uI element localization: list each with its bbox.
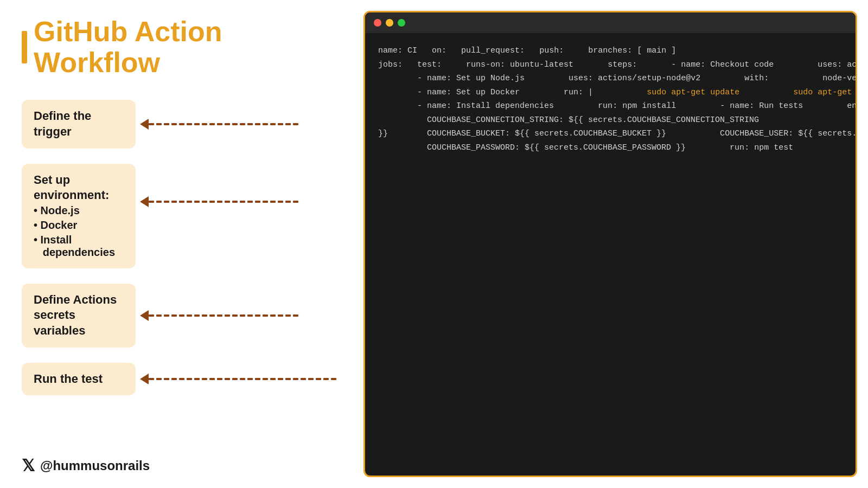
dash: [217, 123, 222, 125]
dash: [156, 123, 162, 125]
dash: [179, 314, 184, 317]
code-line: [378, 74, 383, 83]
step-label-environment: Set upenvironment:: [34, 172, 124, 203]
code-line: run: npm test: [691, 143, 793, 152]
dash: [293, 378, 298, 380]
arrow-trigger: [140, 119, 298, 130]
dash: [149, 378, 154, 380]
dash: [255, 201, 260, 203]
arrowhead-secrets: [140, 310, 149, 321]
step-box-trigger: Define the trigger: [22, 100, 136, 148]
code-content: name: CI on: pull_request: push: branche…: [365, 33, 856, 476]
code-line: [681, 101, 686, 111]
dash: [194, 314, 200, 317]
code-line: sudo apt-get install -y docker-compose: [744, 88, 856, 97]
code-line: - name: Set up Docker: [388, 88, 520, 97]
dash: [225, 123, 230, 125]
dash: [202, 378, 207, 380]
dash: [240, 123, 245, 125]
code-line: [378, 88, 383, 97]
dash: [171, 314, 177, 317]
dash: [209, 378, 215, 380]
dash: [308, 378, 314, 380]
dash: [194, 378, 200, 380]
title-accent-bar: [22, 31, 27, 63]
dashes-trigger: [149, 123, 298, 125]
dash: [293, 314, 298, 317]
page-title: GitHub Action Workflow: [34, 16, 342, 78]
dash: [247, 123, 253, 125]
dash: [194, 123, 200, 125]
code-line: on:: [432, 46, 446, 55]
dash: [179, 378, 184, 380]
code-line: runs-on: ubuntu-latest: [446, 60, 573, 69]
dash: [301, 378, 306, 380]
dash: [278, 378, 283, 380]
dash: [316, 378, 321, 380]
env-item-docker: Docker: [34, 218, 124, 233]
dash: [278, 314, 283, 317]
code-line: [378, 101, 383, 111]
step-label-secrets: Define Actionssecrets variables: [34, 292, 124, 339]
dash: [217, 201, 222, 203]
dash: [247, 378, 253, 380]
code-line: branches: [ main ]: [569, 46, 676, 55]
dash: [171, 378, 177, 380]
dash: [232, 314, 238, 317]
code-line: COUCHBASE_CONNECTION_STRING: ${{ secrets…: [378, 115, 759, 125]
dash: [263, 201, 268, 203]
code-line: name: CI: [378, 46, 417, 55]
code-line: COUCHBASE_USER: ${{ secrets.COUCHBASE_US…: [671, 129, 856, 138]
code-line: [422, 46, 427, 55]
code-line: }} COUCHBASE_BUCKET: ${{ secrets.COUCHBA…: [378, 129, 666, 138]
dash: [232, 201, 238, 203]
dash: [225, 201, 230, 203]
dash: [171, 123, 177, 125]
code-line: env:: [808, 101, 856, 111]
dash: [209, 123, 215, 125]
dash: [164, 201, 169, 203]
dash: [187, 378, 192, 380]
arrow-test: [140, 374, 336, 384]
dash: [164, 314, 169, 317]
step-label-test: Run the test: [34, 371, 124, 387]
code-line: with:: [705, 74, 769, 83]
dash: [209, 314, 215, 317]
dash: [240, 201, 245, 203]
code-line: node-version: '20': [774, 74, 856, 83]
dashes-environment: [149, 201, 298, 203]
code-line: run: npm install: [559, 101, 676, 111]
dash: [156, 314, 162, 317]
step-box-secrets: Define Actionssecrets variables: [22, 284, 136, 348]
dash: [149, 201, 154, 203]
dash: [270, 201, 276, 203]
dash: [232, 123, 238, 125]
window-minimize-dot: [386, 19, 393, 27]
x-username: @hummusonrails: [40, 458, 150, 473]
dash: [217, 314, 222, 317]
dash: [217, 378, 222, 380]
code-line: test:: [407, 60, 442, 69]
environment-list: Node.js Docker Install dependencies: [34, 203, 124, 260]
dash: [293, 123, 298, 125]
dashes-test: [149, 378, 336, 380]
dash: [331, 378, 336, 380]
arrow-secrets: [140, 310, 298, 321]
dash: [263, 378, 268, 380]
code-line: run: |: [525, 88, 593, 97]
dash: [255, 314, 260, 317]
window-maximize-dot: [398, 19, 405, 27]
dash: [278, 123, 283, 125]
dash: [164, 378, 169, 380]
arrowhead-test: [140, 374, 149, 384]
code-line: pull_request:: [451, 46, 525, 55]
code-line: - name: Checkout code: [642, 60, 774, 69]
dash: [285, 201, 291, 203]
step-row-test: Run the test: [22, 363, 342, 396]
step-label-trigger: Define the trigger: [34, 108, 124, 139]
step-row-environment: Set upenvironment: Node.js Docker Instal…: [22, 164, 342, 268]
code-line: steps:: [588, 60, 637, 69]
code-line: - name: Set up Node.js: [388, 74, 525, 83]
dash: [202, 201, 207, 203]
dash: [156, 201, 162, 203]
